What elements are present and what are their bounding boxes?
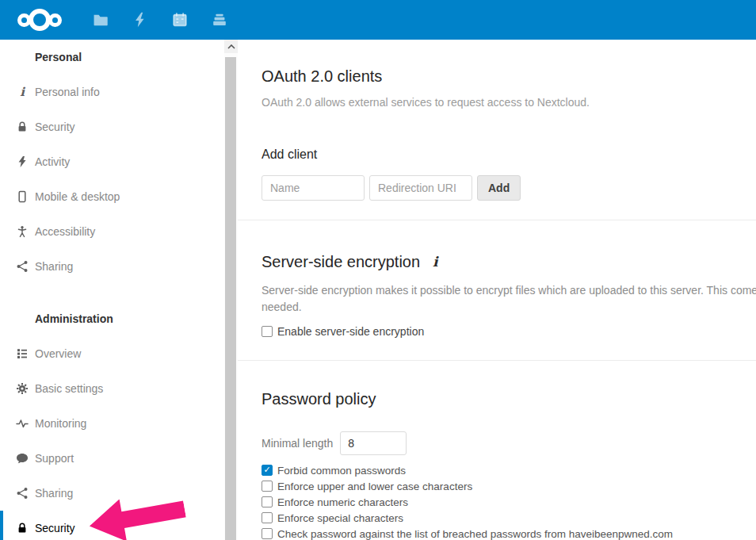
forbid-common-passwords-checkbox[interactable] (262, 465, 273, 476)
accessibility-icon (16, 225, 29, 238)
enforce-upper-lower-checkbox[interactable] (262, 481, 273, 492)
overview-icon (16, 347, 29, 360)
top-header-bar (0, 0, 756, 40)
encryption-title-text: Server-side encryption (262, 252, 420, 271)
lightning-icon (132, 11, 149, 29)
section-title-personal: Personal (0, 40, 224, 75)
chevron-up-icon (227, 44, 235, 49)
sidebar-item-basic-settings[interactable]: Basic settings (0, 371, 224, 406)
lock-icon (16, 121, 29, 133)
gear-icon (16, 382, 29, 395)
enforce-special-checkbox[interactable] (262, 512, 273, 523)
section-title-administration: Administration (0, 301, 224, 336)
policy-row-upper-lower: Enforce upper and lower case characters (262, 478, 756, 494)
calendar-app-button[interactable] (160, 0, 200, 40)
add-client-button[interactable]: Add (477, 175, 521, 201)
minimal-length-label: Minimal length (262, 437, 333, 450)
minimal-length-input[interactable] (340, 431, 407, 455)
lightning-icon (16, 155, 29, 168)
policy-row-special: Enforce special characters (262, 510, 756, 526)
password-policy-checklist: Forbid common passwords Enforce upper an… (262, 462, 756, 540)
client-name-input[interactable] (262, 175, 365, 201)
oauth-clients-section: OAuth 2.0 clients OAuth 2.0 allows exter… (238, 40, 756, 220)
sidebar-item-mobile-desktop[interactable]: Mobile & desktop (0, 179, 224, 214)
sidebar-item-personal-security[interactable]: Security (0, 109, 224, 144)
section-spacer (0, 284, 224, 301)
nextcloud-logo[interactable] (11, 9, 68, 31)
add-client-form: Add (262, 175, 756, 201)
sidebar-item-admin-sharing[interactable]: Sharing (0, 476, 224, 511)
policy-row-forbid-common: Forbid common passwords (262, 462, 756, 478)
info-icon: i (16, 86, 29, 98)
folder-icon (92, 11, 109, 29)
enable-encryption-row: Enable server-side encryption (262, 325, 756, 338)
deck-icon (211, 11, 228, 29)
speech-bubble-icon (16, 452, 29, 465)
scrollbar-thumb[interactable] (225, 57, 236, 540)
redirection-uri-input[interactable] (369, 175, 472, 201)
info-icon[interactable]: i (433, 252, 437, 271)
nextcloud-settings-window: Personal i Personal info Security Activi… (0, 0, 756, 540)
minimal-length-row: Minimal length (262, 431, 756, 455)
oauth-section-description: OAuth 2.0 allows external services to re… (262, 96, 756, 109)
password-policy-title: Password policy (262, 389, 756, 408)
monitoring-icon (16, 417, 29, 430)
deck-app-button[interactable] (200, 0, 239, 40)
share-icon (16, 487, 29, 500)
share-icon (16, 260, 29, 273)
activity-app-button[interactable] (120, 0, 160, 40)
calendar-icon (171, 11, 189, 29)
policy-row-numeric: Enforce numeric characters (262, 494, 756, 510)
password-policy-section: Password policy Minimal length Forbid co… (238, 361, 756, 540)
settings-sidebar: Personal i Personal info Security Activi… (0, 40, 224, 540)
sidebar-item-support[interactable]: Support (0, 441, 224, 476)
enable-encryption-checkbox[interactable] (262, 326, 273, 337)
app-launcher (81, 0, 239, 40)
server-side-encryption-section: Server-side encryption i Server-side enc… (238, 220, 756, 361)
logo-circle-center (29, 9, 51, 31)
mobile-icon (16, 190, 29, 203)
enforce-numeric-checkbox[interactable] (262, 496, 273, 507)
sidebar-item-accessibility[interactable]: Accessibility (0, 214, 224, 249)
check-breached-passwords-checkbox[interactable] (262, 528, 273, 539)
settings-content: OAuth 2.0 clients OAuth 2.0 allows exter… (238, 40, 756, 540)
sidebar-item-personal-sharing[interactable]: Sharing (0, 249, 224, 284)
sidebar-scrollbar[interactable] (224, 40, 238, 540)
sidebar-item-activity[interactable]: Activity (0, 144, 224, 179)
sidebar-item-monitoring[interactable]: Monitoring (0, 406, 224, 441)
sidebar-item-overview[interactable]: Overview (0, 336, 224, 371)
sidebar-item-admin-security[interactable]: Security (0, 511, 224, 540)
policy-row-hibp: Check password against the list of breac… (262, 526, 756, 540)
add-client-heading: Add client (262, 147, 756, 163)
enable-encryption-label: Enable server-side encryption (277, 325, 424, 338)
sidebar-item-personal-info[interactable]: i Personal info (0, 75, 224, 109)
scrollbar-up-button[interactable] (224, 40, 238, 53)
oauth-section-title: OAuth 2.0 clients (262, 67, 756, 86)
lock-icon (16, 522, 29, 534)
encryption-section-title: Server-side encryption i (262, 252, 756, 271)
files-app-button[interactable] (81, 0, 120, 40)
encryption-description: Server-side encryption makes it possible… (262, 282, 756, 316)
